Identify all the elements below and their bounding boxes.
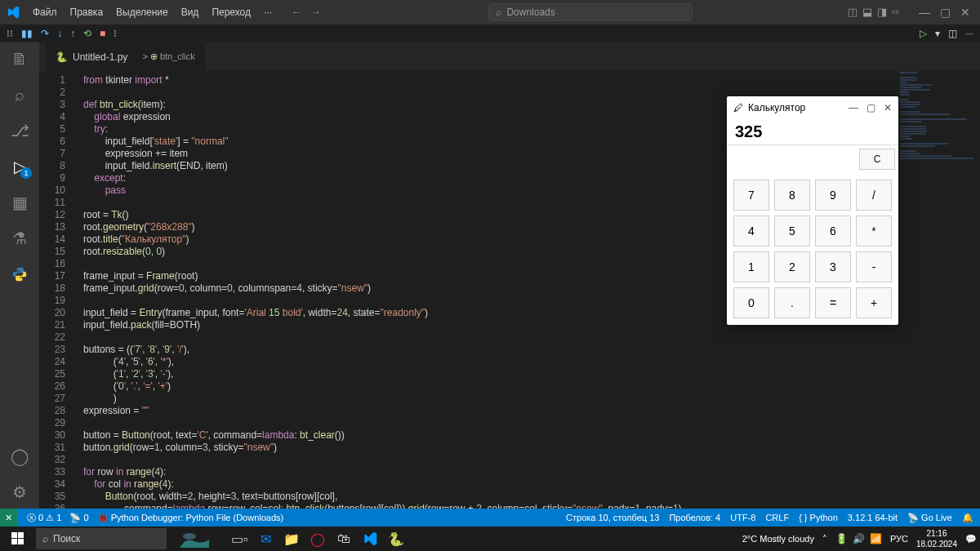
action-center-icon[interactable]: 💬 (965, 534, 977, 544)
calc-maximize[interactable]: ▢ (866, 102, 875, 113)
calc-key-5[interactable]: 5 (774, 216, 810, 247)
drag-handle-icon[interactable]: ⁝⁝ (7, 28, 13, 39)
layout-customize-icon[interactable]: ▫▫ (892, 6, 899, 19)
calculator-app-icon: 🖊 (733, 102, 743, 113)
python-task-icon[interactable]: 🐍 (384, 527, 408, 550)
split-editor-icon[interactable]: ◫ (948, 28, 957, 39)
calc-key-+[interactable]: + (856, 287, 892, 318)
volume-icon[interactable]: 🔊 (853, 533, 865, 544)
task-view-icon[interactable]: ▭▫ (227, 527, 252, 550)
minimap[interactable] (898, 71, 980, 509)
command-center-search[interactable]: ⌕ Downloads (488, 3, 693, 21)
calc-key-0[interactable]: 0 (733, 287, 769, 318)
testing-icon[interactable]: ⚗ (10, 229, 29, 248)
app-menu: Файл Правка Выделение Вид Переход ··· (26, 3, 278, 21)
menu-go[interactable]: Переход (205, 3, 257, 21)
accounts-icon[interactable]: ◯ (10, 447, 29, 466)
nav-forward-icon[interactable]: → (311, 7, 321, 18)
tab-untitled[interactable]: 🐍 Untitled-1.py > ⊕ btn_click (46, 42, 206, 71)
layout-right-icon[interactable]: ◨ (877, 6, 887, 19)
toolbar-more-icon[interactable]: ⁝ (114, 28, 117, 39)
title-bar: Файл Правка Выделение Вид Переход ··· ← … (0, 0, 980, 24)
store-icon[interactable]: 🛍 (332, 527, 356, 550)
calc-key-*[interactable]: * (856, 216, 892, 247)
step-into-icon[interactable]: ↓ (57, 28, 62, 39)
wifi-icon[interactable]: 📶 (870, 533, 882, 544)
python-ext-icon[interactable] (10, 264, 29, 284)
calc-key-=[interactable]: = (815, 287, 851, 318)
layout-sidebar-icon[interactable]: ◫ (848, 6, 858, 19)
calc-close[interactable]: ✕ (884, 102, 892, 113)
calc-clear-button[interactable]: C (859, 149, 895, 170)
breadcrumb[interactable]: > ⊕ btn_click (142, 51, 194, 62)
step-over-icon[interactable]: ↷ (41, 28, 49, 39)
extensions-icon[interactable]: ▦ (10, 193, 29, 212)
run-debug-icon[interactable]: ▷1 (10, 157, 29, 176)
calc-key-6[interactable]: 6 (815, 216, 851, 247)
ports-status[interactable]: 📡 0 (69, 513, 88, 523)
calc-key-8[interactable]: 8 (774, 180, 810, 211)
debug-config[interactable]: 🐞 Python Debugger: Python File (Download… (97, 513, 284, 523)
menu-edit[interactable]: Правка (64, 3, 110, 21)
notifications-icon[interactable]: 🔔 (962, 513, 973, 523)
weather-widget[interactable]: 2°C Mostly cloudy (742, 534, 814, 544)
calc-key--[interactable]: - (856, 251, 892, 282)
opera-icon[interactable]: ◯ (305, 527, 330, 550)
layout-panel-icon[interactable]: ⬓ (862, 6, 872, 19)
explorer-app-icon[interactable]: 📁 (279, 527, 304, 550)
settings-gear-icon[interactable]: ⚙ (10, 482, 29, 502)
calc-minimize[interactable]: — (849, 102, 858, 113)
tray-chevron-icon[interactable]: ˄ (822, 534, 827, 544)
problems-status[interactable]: ⓧ 0 ⚠ 1 (27, 512, 61, 524)
input-language[interactable]: РУС (890, 534, 908, 544)
run-icon[interactable]: ▷ (920, 28, 927, 39)
calc-key-/[interactable]: / (856, 180, 892, 211)
language-mode[interactable]: { } Python (799, 513, 838, 522)
battery-icon[interactable]: 🔋 (835, 533, 848, 544)
stop-icon[interactable]: ■ (100, 28, 105, 39)
pause-icon[interactable]: ▮▮ (21, 28, 33, 39)
svg-rect-1 (18, 532, 24, 538)
source-control-icon[interactable]: ⎇ (10, 121, 29, 140)
encoding[interactable]: UTF-8 (730, 513, 755, 522)
close-button[interactable]: ✕ (960, 6, 970, 19)
calc-key-4[interactable]: 4 (733, 216, 769, 247)
remote-indicator[interactable]: ✕ (0, 509, 17, 527)
search-icon: ⌕ (496, 7, 501, 18)
minimize-button[interactable]: — (919, 6, 930, 19)
menu-more[interactable]: ··· (257, 3, 278, 21)
nav-back-icon[interactable]: ← (292, 7, 301, 18)
explorer-icon[interactable]: 🗎 (10, 49, 29, 69)
run-dropdown-icon[interactable]: ▾ (935, 28, 940, 39)
python-interpreter[interactable]: 3.12.1 64-bit (848, 513, 898, 522)
cursor-position[interactable]: Строка 10, столбец 13 (566, 513, 659, 522)
mail-app-icon[interactable]: ✉ (253, 527, 278, 550)
step-out-icon[interactable]: ↑ (70, 28, 75, 39)
start-button[interactable] (3, 527, 33, 550)
calc-key-1[interactable]: 1 (733, 251, 769, 282)
line-numbers: 1234567891011121314151617181920212223242… (39, 71, 74, 509)
taskbar-widget[interactable] (170, 530, 219, 548)
calc-key-.[interactable]: . (774, 287, 810, 318)
menu-file[interactable]: Файл (26, 3, 64, 21)
editor-more-icon[interactable]: ··· (965, 28, 973, 39)
restart-icon[interactable]: ⟲ (83, 28, 91, 39)
eol[interactable]: CRLF (765, 513, 789, 522)
maximize-button[interactable]: ▢ (940, 6, 951, 19)
indentation[interactable]: Пробелов: 4 (669, 513, 720, 522)
taskbar-clock[interactable]: 21:16 18.02.2024 (916, 528, 957, 549)
calculator-window: 🖊 Калькулятор — ▢ ✕ 325 C 789/456*123-0.… (727, 96, 898, 325)
calc-key-2[interactable]: 2 (774, 251, 810, 282)
code-content[interactable]: from tkinter import *def btn_click(item)… (74, 71, 682, 509)
calc-key-7[interactable]: 7 (733, 180, 769, 211)
menu-view[interactable]: Вид (175, 3, 206, 21)
calc-key-9[interactable]: 9 (815, 180, 851, 211)
calculator-titlebar[interactable]: 🖊 Калькулятор — ▢ ✕ (727, 96, 898, 119)
taskbar-search[interactable]: ⌕ Поиск (36, 528, 167, 549)
go-live[interactable]: 📡 Go Live (907, 513, 952, 523)
vscode-task-icon[interactable] (358, 527, 382, 550)
calc-key-3[interactable]: 3 (815, 251, 851, 282)
search-activity-icon[interactable]: ⌕ (10, 85, 29, 104)
calculator-title: Калькулятор (748, 102, 805, 113)
menu-selection[interactable]: Выделение (109, 3, 175, 21)
